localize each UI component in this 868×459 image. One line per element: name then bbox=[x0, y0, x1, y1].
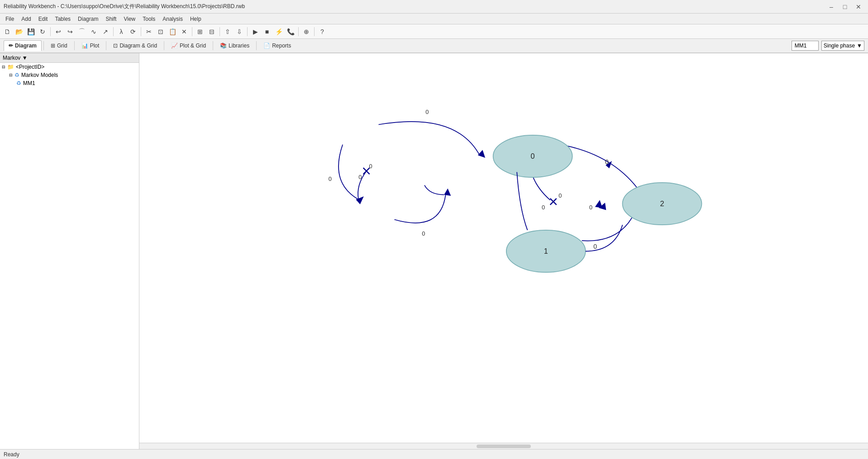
tool-arrow[interactable]: ↗ bbox=[100, 26, 111, 37]
tab-divider-4 bbox=[164, 41, 164, 50]
node-0-label: 0 bbox=[531, 152, 535, 160]
separator-8 bbox=[314, 27, 315, 36]
edge-1-2-arrow bbox=[444, 189, 451, 196]
open-button[interactable]: 📂 bbox=[14, 26, 24, 37]
tab-libraries[interactable]: 📚 Libraries bbox=[215, 40, 254, 51]
menu-bar: File Add Edit Tables Diagram Shift View … bbox=[0, 14, 868, 24]
model-name-input[interactable]: MM1 bbox=[792, 41, 819, 51]
markov-models-icon: ♻ bbox=[14, 72, 19, 78]
tab-plot[interactable]: 📊 Plot bbox=[76, 40, 105, 51]
undo-button[interactable]: ↩ bbox=[53, 26, 64, 37]
separator-2 bbox=[113, 27, 114, 36]
edge-1-2-label: 0 bbox=[422, 230, 425, 237]
cross-2-label: 0 bbox=[589, 204, 592, 211]
plot-grid-icon: 📈 bbox=[171, 43, 178, 49]
minimize-button[interactable]: – bbox=[825, 2, 837, 11]
cross-label-0-bottom: 0 bbox=[542, 204, 545, 211]
save-button[interactable]: 💾 bbox=[25, 26, 36, 37]
scrollbar-thumb[interactable] bbox=[477, 445, 531, 448]
diagram-grid-icon: ⊡ bbox=[113, 43, 118, 49]
menu-file[interactable]: File bbox=[2, 15, 18, 23]
project-id-label: <ProjectID> bbox=[16, 64, 44, 70]
menu-tables[interactable]: Tables bbox=[51, 15, 74, 23]
menu-help[interactable]: Help bbox=[186, 15, 205, 23]
paste-button[interactable]: 📋 bbox=[167, 26, 178, 37]
separator-5 bbox=[219, 27, 220, 36]
separator-6 bbox=[247, 27, 248, 36]
new-button[interactable]: 🗋 bbox=[2, 26, 13, 37]
mm1-label: MM1 bbox=[23, 80, 35, 86]
percent-button[interactable]: ⊕ bbox=[301, 26, 312, 37]
tree-project-node[interactable]: ⊟ 📁 <ProjectID> bbox=[0, 63, 139, 71]
separator-4 bbox=[192, 27, 192, 36]
edge-1-to-2 bbox=[395, 195, 446, 223]
tab-plot-grid-label: Plot & Grid bbox=[180, 43, 206, 49]
tab-diagram-label: Diagram bbox=[15, 43, 37, 49]
help-button[interactable]: ? bbox=[317, 26, 328, 37]
edge-0-1-label: 0 bbox=[329, 175, 332, 182]
menu-tools[interactable]: Tools bbox=[139, 15, 159, 23]
tab-reports[interactable]: 📄 Reports bbox=[258, 40, 296, 51]
phone-button[interactable]: 📞 bbox=[285, 26, 296, 37]
tab-grid-label: Grid bbox=[57, 43, 67, 49]
menu-add[interactable]: Add bbox=[18, 15, 34, 23]
rotate-button[interactable]: ⟳ bbox=[128, 26, 138, 37]
run-button[interactable]: ▶ bbox=[250, 26, 261, 37]
tree-mm1-node[interactable]: ♻ MM1 bbox=[14, 79, 139, 87]
lambda-button[interactable]: λ bbox=[116, 26, 127, 37]
tab-reports-label: Reports bbox=[272, 43, 291, 49]
edge-0-1-arrow bbox=[356, 196, 364, 204]
node-1-label: 1 bbox=[544, 247, 548, 255]
chevron-down-icon: ▼ bbox=[857, 43, 862, 49]
separator-3 bbox=[141, 27, 141, 36]
menu-shift[interactable]: Shift bbox=[102, 15, 120, 23]
cross-label-0-top: 0 bbox=[558, 192, 562, 199]
refresh-button[interactable]: ↻ bbox=[37, 26, 48, 37]
tool-bezier[interactable]: ∿ bbox=[88, 26, 99, 37]
edge-2-0-label: 0 bbox=[605, 158, 609, 166]
tool-arc[interactable]: ⌒ bbox=[76, 26, 87, 37]
tab-diagram[interactable]: ✏ Diagram bbox=[4, 40, 42, 51]
tab-libraries-label: Libraries bbox=[229, 43, 249, 49]
copy-button[interactable]: ⊡ bbox=[155, 26, 166, 37]
tab-plot-grid[interactable]: 📈 Plot & Grid bbox=[166, 40, 211, 51]
tab-divider-6 bbox=[256, 41, 257, 50]
junction-label-0: 0 bbox=[369, 163, 372, 170]
import-button[interactable]: ⇧ bbox=[222, 26, 233, 37]
edge-0-to-1 bbox=[339, 145, 358, 199]
menu-edit[interactable]: Edit bbox=[35, 15, 52, 23]
maximize-button[interactable]: □ bbox=[839, 2, 851, 11]
menu-analysis[interactable]: Analysis bbox=[159, 15, 186, 23]
menu-view[interactable]: View bbox=[120, 15, 139, 23]
node-2-label: 2 bbox=[660, 199, 664, 208]
status-bar: Ready bbox=[0, 449, 868, 459]
redo-button[interactable]: ↪ bbox=[65, 26, 76, 37]
window-controls: – □ ✕ bbox=[825, 2, 864, 11]
horizontal-scrollbar[interactable] bbox=[139, 443, 868, 449]
markov-diagram: 0 0 0 0 0 bbox=[139, 53, 868, 449]
align-button[interactable]: ⊟ bbox=[206, 26, 217, 37]
canvas-area[interactable]: 0 0 0 0 0 bbox=[139, 53, 868, 449]
lightning-button[interactable]: ⚡ bbox=[273, 26, 284, 37]
tab-diagram-grid[interactable]: ⊡ Diagram & Grid bbox=[108, 40, 162, 51]
grid-button[interactable]: ⊞ bbox=[195, 26, 205, 37]
menu-diagram[interactable]: Diagram bbox=[74, 15, 102, 23]
cut-button[interactable]: ✂ bbox=[143, 26, 154, 37]
phase-selector[interactable]: Single phase ▼ bbox=[821, 41, 864, 51]
tree-markov-models-node[interactable]: ⊟ ♻ Markov Models bbox=[7, 71, 139, 79]
tab-grid[interactable]: ⊞ Grid bbox=[46, 40, 72, 51]
mm1-icon: ♻ bbox=[16, 80, 21, 86]
panel-header[interactable]: Markov ▼ bbox=[0, 53, 139, 63]
close-button[interactable]: ✕ bbox=[853, 2, 864, 11]
left-panel: Markov ▼ ⊟ 📁 <ProjectID> ⊟ ♻ Markov Mode… bbox=[0, 53, 139, 449]
markov-models-label: Markov Models bbox=[21, 72, 58, 78]
edge-cross-to-2 bbox=[586, 225, 623, 251]
edge-0-2-label: 0 bbox=[425, 109, 429, 115]
reports-icon: 📄 bbox=[263, 43, 270, 49]
export-button[interactable]: ⇩ bbox=[234, 26, 245, 37]
stop-button[interactable]: ■ bbox=[262, 26, 272, 37]
edge-2-0-arc bbox=[566, 146, 640, 191]
tab-plot-label: Plot bbox=[90, 43, 100, 49]
tab-diagram-grid-label: Diagram & Grid bbox=[119, 43, 157, 49]
delete-button[interactable]: ✕ bbox=[179, 26, 190, 37]
